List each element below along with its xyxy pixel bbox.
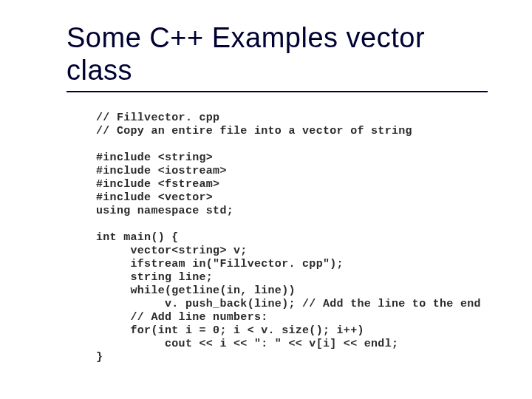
slide-title: Some C++ Examples vector class [66,22,488,86]
code-block: // Fillvector. cpp // Copy an entire fil… [66,112,488,364]
title-underline [66,91,488,92]
